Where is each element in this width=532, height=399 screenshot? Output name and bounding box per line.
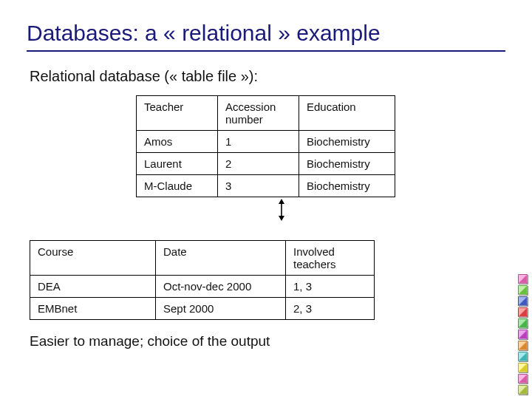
decor-square-icon — [518, 274, 528, 284]
col-header: Course — [30, 241, 156, 276]
slide-title: Databases: a « relational » example — [27, 21, 505, 46]
table-row: DEA Oct-nov-dec 2000 1, 3 — [30, 276, 375, 298]
decor-square-icon — [518, 285, 528, 295]
table-row: Amos 1 Biochemistry — [137, 131, 395, 153]
decor-square-icon — [518, 330, 528, 339]
teachers-table: Teacher Accession number Education Amos … — [136, 95, 395, 197]
table-row: Laurent 2 Biochemistry — [137, 153, 395, 175]
svg-marker-2 — [279, 216, 284, 221]
decor-square-icon — [518, 363, 528, 372]
col-header: Education — [299, 96, 395, 131]
slide-subtitle: Relational database (« table file »): — [30, 68, 505, 85]
table-row: Teacher Accession number Education — [137, 96, 395, 131]
table-row: M-Claude 3 Biochemistry — [137, 175, 395, 197]
table-row: Course Date Involved teachers — [30, 241, 375, 276]
title-rule — [27, 50, 505, 52]
courses-table: Course Date Involved teachers DEA Oct-no… — [30, 240, 375, 320]
table-row: EMBnet Sept 2000 2, 3 — [30, 298, 375, 320]
decor-square-icon — [518, 307, 528, 317]
decor-square-icon — [518, 374, 528, 383]
decor-square-icon — [518, 385, 528, 395]
decor-square-icon — [518, 341, 528, 350]
col-header: Involved teachers — [286, 241, 375, 276]
footer-note: Easier to manage; choice of the output — [30, 333, 505, 349]
decor-square-icon — [518, 352, 528, 361]
svg-marker-1 — [279, 199, 284, 204]
relation-arrow-icon — [276, 199, 287, 221]
decor-square-icon — [518, 318, 528, 328]
col-header: Date — [156, 241, 286, 276]
col-header: Teacher — [137, 96, 218, 131]
decor-square-icon — [518, 296, 528, 306]
col-header: Accession number — [218, 96, 299, 131]
decor-squares — [518, 273, 528, 395]
